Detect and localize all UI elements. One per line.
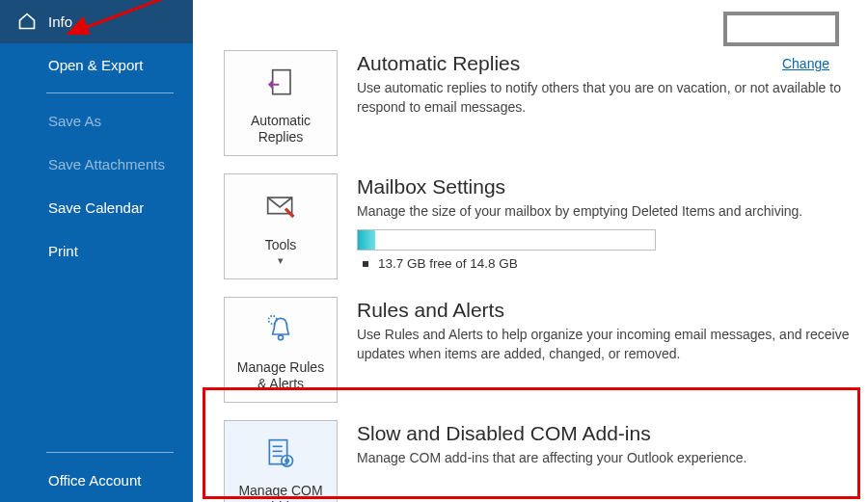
reply-icon <box>261 64 300 105</box>
svg-rect-1 <box>273 69 290 93</box>
chevron-down-icon: ▾ <box>278 254 284 267</box>
tools-icon <box>261 188 300 229</box>
section-com-addins: Manage COM Add-ins Slow and Disabled COM… <box>224 420 851 502</box>
section-title: Automatic Replies <box>357 52 851 75</box>
svg-point-3 <box>279 335 284 340</box>
sidebar-item-open-export[interactable]: Open & Export <box>0 43 193 87</box>
sidebar-item-label: Save Attachments <box>48 156 165 172</box>
tile-label: Tools <box>265 237 297 253</box>
bell-gear-icon <box>261 310 300 352</box>
sidebar-item-label: Office Account <box>48 472 141 489</box>
profile-thumbnail <box>723 12 839 46</box>
storage-bar <box>357 229 656 251</box>
section-title: Mailbox Settings <box>357 175 851 198</box>
sidebar-item-label: Save As <box>48 113 101 129</box>
sidebar-item-label: Open & Export <box>48 57 143 73</box>
section-desc: Use Rules and Alerts to help organize yo… <box>357 326 851 363</box>
tile-label: Manage Rules & Alerts <box>237 359 324 392</box>
sidebar-item-info[interactable]: Info <box>0 0 193 43</box>
tile-tools[interactable]: Tools ▾ <box>224 173 338 279</box>
main-panel: Change Automatic Replies Automatic Repli… <box>193 50 868 502</box>
section-desc: Use automatic replies to notify others t… <box>357 79 851 117</box>
sidebar-item-label: Info <box>48 13 72 30</box>
divider <box>46 92 174 93</box>
tile-label: Automatic Replies <box>251 113 311 145</box>
sidebar-item-save-calendar[interactable]: Save Calendar <box>0 186 193 229</box>
sidebar-item-office-account[interactable]: Office Account <box>0 459 193 502</box>
addins-gear-icon <box>261 434 300 475</box>
sidebar-item-label: Print <box>48 243 78 259</box>
sidebar-item-print[interactable]: Print <box>0 229 193 273</box>
section-rules-alerts: Manage Rules & Alerts Rules and Alerts U… <box>224 297 851 403</box>
tile-automatic-replies[interactable]: Automatic Replies <box>224 50 338 156</box>
section-title: Slow and Disabled COM Add-ins <box>357 422 851 445</box>
sidebar-item-label: Save Calendar <box>48 199 144 216</box>
section-title: Rules and Alerts <box>357 299 851 322</box>
storage-text: 13.7 GB free of 14.8 GB <box>357 256 851 271</box>
section-desc: Manage the size of your mailbox by empty… <box>357 202 851 222</box>
sidebar-item-save-as: Save As <box>0 99 193 143</box>
change-link[interactable]: Change <box>782 56 829 71</box>
tile-label: Manage COM Add-ins <box>238 483 322 502</box>
tile-manage-rules[interactable]: Manage Rules & Alerts <box>224 297 338 403</box>
home-icon <box>17 12 37 34</box>
section-desc: Manage COM add-ins that are affecting yo… <box>357 449 851 468</box>
sidebar: Info Open & Export Save As Save Attachme… <box>0 0 193 502</box>
section-mailbox-settings: Tools ▾ Mailbox Settings Manage the size… <box>224 173 851 279</box>
sidebar-item-save-attachments: Save Attachments <box>0 143 193 186</box>
divider <box>46 452 174 453</box>
section-automatic-replies: Automatic Replies Automatic Replies Use … <box>224 50 851 156</box>
tile-manage-com-addins[interactable]: Manage COM Add-ins <box>224 420 338 502</box>
